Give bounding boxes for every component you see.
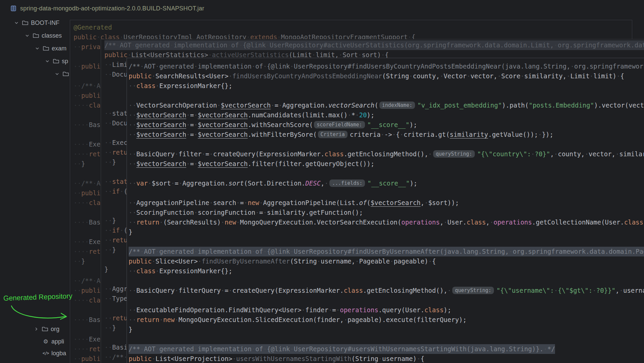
tree-item-org[interactable]: org xyxy=(33,324,59,334)
inlay-hint: queryString: xyxy=(433,150,475,158)
code-line: ··var·$sort·=·Aggregation.sort(Sort.Dire… xyxy=(129,178,644,188)
code-line: ··AggregationPipeline·search·=·new·Aggre… xyxy=(129,198,644,208)
code-line: @Generated xyxy=(74,23,632,32)
code-line: ··return·new·MongoQueryExecution.SlicedE… xyxy=(129,315,644,325)
tree-item-label: classes xyxy=(42,32,62,39)
code-line: ··$vectorSearch·=·$vectorSearch.numCandi… xyxy=(129,110,644,120)
folder-icon xyxy=(33,33,39,39)
tree-item-label: logba xyxy=(51,350,66,357)
code-line: ··ExecutableFindOperation.FindWithQuery<… xyxy=(129,305,644,315)
code-line: ··class·ExpressionMarker{}; xyxy=(129,81,644,91)
chevron-down-icon[interactable] xyxy=(13,20,19,26)
tree-item-spring[interactable]: sp xyxy=(44,56,68,67)
inlay-hint: indexName: xyxy=(379,102,415,109)
code-editor[interactable]: /**·AOT·generated·implementation·of·{@li… xyxy=(127,58,644,363)
code-line xyxy=(129,169,644,178)
folder-icon xyxy=(22,20,29,26)
xml-file-icon: </> xyxy=(42,351,49,356)
inlay-hint: scoreFieldName: xyxy=(314,121,365,128)
folder-icon xyxy=(42,326,48,332)
code-line: ··BasicQuery·filterQuery·=·createQuery(E… xyxy=(129,286,644,295)
code-line: ··ScoringFunction·scoringFunction·=·simi… xyxy=(129,208,644,217)
code-line: public·List<UserProjection>·usersWithUse… xyxy=(129,354,644,363)
tree-item-label: appli xyxy=(51,338,64,345)
code-line: ··VectorSearchOperation·$vectorSearch·=·… xyxy=(129,100,644,110)
annotation-arrow-icon xyxy=(7,305,73,323)
highlighted-line: /**·AOT·generated·implementation·of·{@li… xyxy=(129,247,644,256)
inlay-hint: queryString: xyxy=(452,287,494,294)
inlay-hint: Criteria xyxy=(318,131,348,138)
tree-item-label: org xyxy=(51,326,59,333)
tree-item-logback-xml[interactable]: </> logba xyxy=(42,348,66,359)
code-line xyxy=(129,334,644,344)
code-line: /**·AOT·generated·implementation·of·{@li… xyxy=(129,344,644,354)
code-line: ··return·(SearchResults)·new·MongoQueryE… xyxy=(129,217,644,227)
inlay-hint: ...fields: xyxy=(329,179,365,187)
folder-icon xyxy=(43,45,49,51)
code-line xyxy=(129,139,644,149)
code-line: /**·AOT·generated·implementation·of·{@li… xyxy=(104,40,644,50)
code-line: ··BasicQuery·filter·=·createQuery(Expres… xyxy=(129,149,644,159)
code-line: public·SearchResults<User>·findUsersByCo… xyxy=(129,71,644,81)
folder-icon xyxy=(62,71,69,77)
highlighted-line: /**·AOT·generated·implementation·of·{@li… xyxy=(104,40,644,50)
tree-item-example[interactable]: exam xyxy=(34,43,66,54)
code-line: } xyxy=(129,227,644,237)
tree-item-application-properties[interactable]: ⚙ appli xyxy=(42,336,64,347)
chevron-down-icon[interactable] xyxy=(24,33,30,38)
code-line: ··$vectorSearch·=·$vectorSearch.withFilt… xyxy=(129,130,644,139)
folder-icon xyxy=(53,58,59,64)
editor-panel-front[interactable]: /**·AOT·generated·implementation·of·{@li… xyxy=(127,58,644,363)
code-line: public·Slice<User>·findUserByUsernameAft… xyxy=(129,256,644,266)
chevron-down-icon[interactable] xyxy=(34,46,40,51)
tree-item-classes[interactable]: classes xyxy=(24,30,62,41)
highlighted-line: /**·AOT·generated·implementation·of·{@li… xyxy=(129,344,555,354)
chevron-down-icon[interactable] xyxy=(44,58,50,64)
code-line xyxy=(129,91,644,100)
tree-item-label: sp xyxy=(62,58,68,65)
gear-icon: ⚙ xyxy=(42,338,49,345)
code-line: /**·AOT·generated·implementation·of·{@li… xyxy=(129,247,644,256)
code-line xyxy=(129,276,644,286)
code-line: /**·AOT·generated·implementation·of·{@li… xyxy=(129,62,644,71)
tree-item-label: BOOT-INF xyxy=(31,19,59,27)
ide-window: spring-data-mongodb-aot-optimization-2.0… xyxy=(0,0,644,363)
code-line: ··class·ExpressionMarker{}; xyxy=(129,266,644,276)
tree-item-label: exam xyxy=(52,45,66,52)
code-line: ··$vectorSearch·=·$vectorSearch.filter(f… xyxy=(129,159,644,169)
code-line: ··$vectorSearch·=·$vectorSearch.withSear… xyxy=(129,120,644,130)
code-line xyxy=(129,237,644,247)
code-line xyxy=(129,188,644,198)
code-line: } xyxy=(129,325,644,334)
chevron-right-icon[interactable] xyxy=(33,326,39,332)
tree-item-nested-folder[interactable] xyxy=(54,69,72,79)
tree-item-boot-inf[interactable]: BOOT-INF xyxy=(13,17,59,28)
chevron-down-icon[interactable] xyxy=(54,71,60,77)
code-line xyxy=(129,295,644,305)
